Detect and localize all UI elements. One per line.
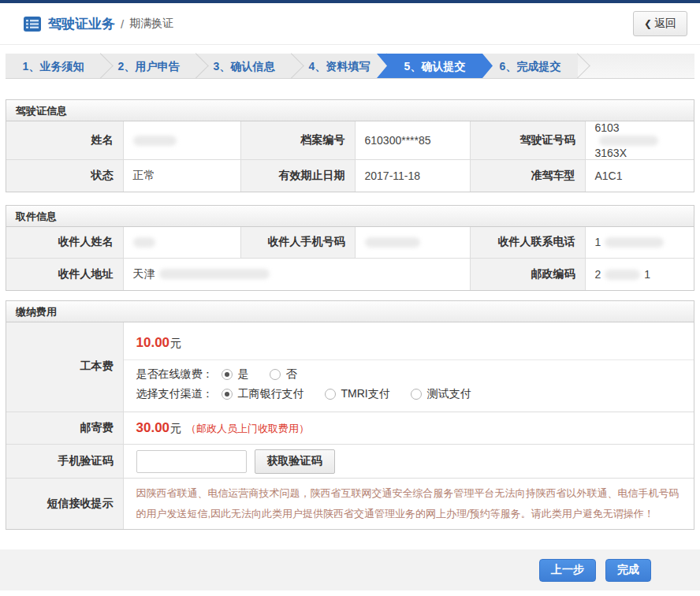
online-payment-row: 是否在线缴费： 是 否 [124,360,694,382]
sms-notice-label: 短信接收提示 [6,479,123,530]
step-bar-filler [578,54,694,78]
vehicle-class-value: A1C1 [585,160,694,192]
vehicle-class-label: 准驾车型 [470,160,585,192]
back-chevron-icon: ❮ [644,18,652,29]
radio-channel-icbc[interactable]: 工商银行支付 [222,387,304,401]
breadcrumb-current: 期满换证 [129,17,173,31]
recipient-mobile-label: 收件人手机号码 [240,227,355,259]
production-fee-amount: 10.00 [136,335,170,350]
sms-code-input[interactable] [136,450,247,473]
radio-online-no[interactable]: 否 [270,367,297,382]
name-value [123,121,240,160]
license-info-section: 驾驶证信息 姓名 档案编号 610300****85 驾驶证号码 6103316… [6,99,694,192]
back-button[interactable]: ❮返回 [633,11,687,36]
recipient-name-value [123,227,240,259]
recipient-phone-label: 收件人联系电话 [470,227,585,259]
sms-code-value: 获取验证码 [123,445,694,479]
license-number-value: 61033163X [585,121,694,160]
get-sms-code-button[interactable]: 获取验证码 [255,449,335,474]
postage-fee-label: 邮寄费 [6,412,123,445]
online-payment-question: 是否在线缴费： [136,367,214,382]
payment-channel-row: 选择支付渠道： 工商银行支付 TMRI支付 测试支付 [124,382,694,411]
radio-icon [411,389,422,400]
step-3-confirm-info[interactable]: 3、确认信息 [196,54,292,78]
postage-fee-amount: 30.00 [136,420,170,435]
radio-channel-tmri[interactable]: TMRI支付 [325,387,390,401]
status-label: 状态 [6,160,123,192]
production-fee-unit: 元 [170,337,181,349]
radio-icon [222,389,233,400]
page-title: 驾驶证业务 [48,15,115,33]
status-value: 正常 [123,160,240,192]
sms-notice-value: 因陕西省联通、电信运营商技术问题，陕西省互联网交通安全综合服务管理平台无法向持陕… [123,479,694,530]
recipient-phone-value: 1 [585,227,694,259]
payment-channel-question: 选择支付渠道： [136,387,214,401]
radio-icon [270,369,281,380]
table-row: 手机验证码 获取验证码 [6,445,694,479]
step-1-business-notice[interactable]: 1、业务须知 [6,54,101,78]
radio-channel-test[interactable]: 测试支付 [411,387,471,401]
table-row: 工本费 10.00元 是否在线缴费： 是 否 选择支付渠道： 工商银行支付 TM… [6,322,694,412]
radio-icon [325,389,336,400]
fees-section: 缴纳费用 工本费 10.00元 是否在线缴费： 是 否 选择支付渠道： 工商银行… [6,300,694,531]
table-row: 短信接收提示 因陕西省联通、电信运营商技术问题，陕西省互联网交通安全综合服务管理… [6,479,694,530]
fees-section-title: 缴纳费用 [6,301,694,322]
license-number-label: 驾驶证号码 [470,121,585,160]
radio-online-yes[interactable]: 是 [222,367,249,382]
table-row: 收件人地址 天津 邮政编码 21 [6,259,694,290]
page-header: 驾驶证业务 / 期满换证 ❮返回 [0,3,700,45]
previous-step-button[interactable]: 上一步 [539,559,596,582]
table-row: 邮寄费 30.00元（邮政人员上门收取费用） [6,412,694,445]
production-fee-value: 10.00元 是否在线缴费： 是 否 选择支付渠道： 工商银行支付 TMRI支付… [123,322,694,412]
pickup-section-title: 取件信息 [6,206,694,227]
postal-code-label: 邮政编码 [470,259,585,290]
sms-notice-text: 因陕西省联通、电信运营商技术问题，陕西省互联网交通安全综合服务管理平台无法向持陕… [124,479,694,529]
file-number-label: 档案编号 [240,121,355,160]
recipient-mobile-value [355,227,470,259]
recipient-address-label: 收件人地址 [6,259,123,290]
pickup-info-section: 取件信息 收件人姓名 收件人手机号码 收件人联系电话 1 收件人地址 天津 邮政… [6,205,694,291]
step-2-user-declaration[interactable]: 2、用户申告 [101,54,196,78]
production-fee-label: 工本费 [6,322,123,412]
radio-icon [222,369,233,380]
valid-until-value: 2017-11-18 [355,160,470,192]
license-section-title: 驾驶证信息 [6,100,694,121]
license-info-table: 姓名 档案编号 610300****85 驾驶证号码 61033163X 状态 … [6,121,694,192]
breadcrumb-separator: / [121,17,124,31]
postage-fee-unit: 元 [170,422,181,434]
step-navigation: 1、业务须知 2、用户申告 3、确认信息 4、资料填写 5、确认提交 6、完成提… [6,54,694,79]
license-business-icon [24,17,41,32]
footer-action-bar: 上一步 完成 [0,549,700,590]
table-row: 状态 正常 有效期止日期 2017-11-18 准驾车型 A1C1 [6,160,694,192]
postage-fee-value: 30.00元（邮政人员上门收取费用） [123,412,694,445]
postal-code-value: 21 [585,259,694,290]
valid-until-label: 有效期止日期 [240,160,355,192]
file-number-value: 610300****85 [355,121,470,160]
pickup-info-table: 收件人姓名 收件人手机号码 收件人联系电话 1 收件人地址 天津 邮政编码 21 [6,227,694,290]
postage-fee-note: （邮政人员上门收取费用） [186,423,309,434]
recipient-name-label: 收件人姓名 [6,227,123,259]
fees-table: 工本费 10.00元 是否在线缴费： 是 否 选择支付渠道： 工商银行支付 TM… [6,322,694,530]
finish-button[interactable]: 完成 [605,559,651,582]
table-row: 姓名 档案编号 610300****85 驾驶证号码 61033163X [6,121,694,160]
name-label: 姓名 [6,121,123,160]
sms-code-label: 手机验证码 [6,445,123,479]
recipient-address-value: 天津 [123,259,470,290]
table-row: 收件人姓名 收件人手机号码 收件人联系电话 1 [6,227,694,259]
step-5-confirm-submit[interactable]: 5、确认提交 [377,54,493,78]
step-6-finish-submit[interactable]: 6、完成提交 [482,54,578,78]
step-4-fill-data[interactable]: 4、资料填写 [292,54,387,78]
production-fee-amount-line: 10.00元 [124,323,694,360]
